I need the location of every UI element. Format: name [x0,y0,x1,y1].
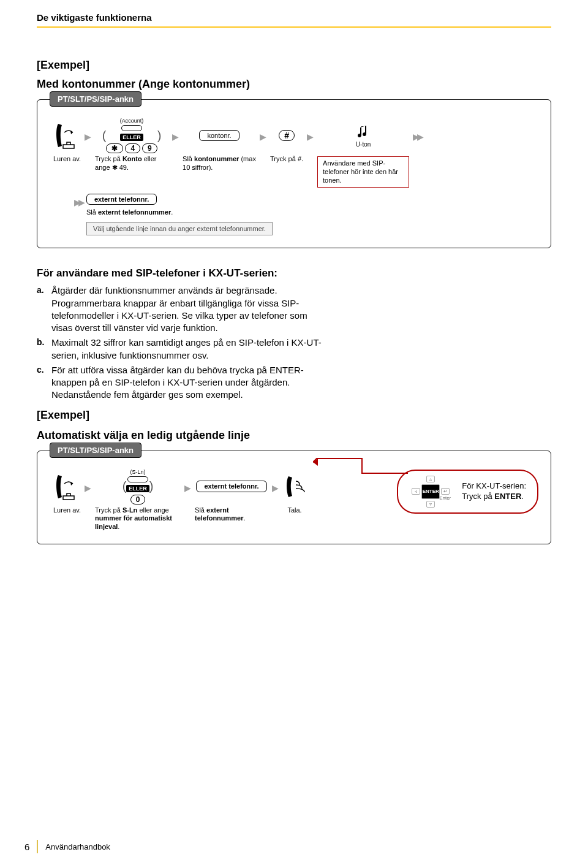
sln-label: (S-Ln) [130,469,146,475]
procedure-box-1: PT/SLT/PS/SIP-ankn Luren av. ▶ [37,99,551,248]
double-arrow-icon: ▶▶ [413,132,421,142]
enter-callout: ▵ ▿ ◃ ↵ ENTER Enter För KX-UT-serien: Tr… [397,470,538,514]
paren-right: ) [157,129,162,143]
handset-offhook-icon [53,473,78,501]
device-tab-2: PT/SLT/PS/SIP-ankn [50,443,141,458]
example1-title: Med kontonummer (Ange kontonummer) [37,78,551,91]
handset-offhook-icon [53,121,78,150]
sip-kxut-heading: För användare med SIP-telefoner i KX-UT-… [37,267,325,281]
ext-phone-box-2: externt telefonnr. [196,481,266,492]
caption-ext-1: Slå externt telefonnummer. [86,208,173,216]
hash-key: # [279,130,295,141]
page-header: De viktigaste funktionerna [37,12,551,28]
example1-label: [Exempel] [37,59,551,72]
arrow-icon: ▶ [172,132,179,142]
paren-left: ( [123,479,127,493]
example2-label: [Exempel] [37,409,551,422]
sln-key [127,476,148,482]
item-b: Maximalt 32 siffror kan samtidigt anges … [51,337,325,362]
arrow-icon: ▶ [272,483,279,493]
caption-sln: Tryck på S-Ln eller ange nummer för auto… [95,506,181,531]
procedure-box-2: PT/SLT/PS/SIP-ankn Luren av. ▶ [37,451,551,544]
example2-title: Automatiskt välja en ledig utgående linj… [37,429,551,442]
item-c: För att utföra vissa åtgärder kan du beh… [51,364,325,402]
account-label: (Account) [120,118,144,124]
or-label-2: ELLER [126,485,149,492]
account-key [121,125,142,131]
caption-luren-2: Luren av. [53,506,81,515]
paren-left: ( [102,129,107,143]
caption-konto: Tryck på Konto eller ange ✱ 49. [95,155,168,172]
ext-phone-box-1: externt telefonnr. [86,194,157,205]
key-4: 4 [125,143,140,153]
tone-icon [356,124,370,140]
svg-marker-1 [313,459,318,466]
caption-tala: Tala. [287,506,301,515]
sip-note: Användare med SIP-telefoner hör inte den… [317,156,409,188]
arrow-icon: ▶ [85,483,91,493]
arrow-icon: ▶ [184,483,191,493]
uton-label: U-ton [356,141,371,148]
book-title: Användarhandbok [45,842,110,851]
caption-sla-kontonr: Slå kontonummer (max 10 siffror). [183,155,256,172]
arrow-icon: ▶ [307,132,314,142]
kxut-line1: För KX-UT-serien: [462,481,526,492]
paren-right: ) [149,479,154,493]
or-label-1: ELLER [120,134,143,141]
star-key: ✱ [106,143,123,153]
sip-kxut-section: För användare med SIP-telefoner i KX-UT-… [37,267,325,401]
arrow-icon: ▶ [260,132,266,142]
kxut-line2: Tryck på ENTER. [462,492,526,502]
page-footer: 6 Användarhandbok [24,840,110,853]
caption-luren-1: Luren av. [53,155,81,164]
key-9: 9 [142,143,157,153]
caption-ext-2: Slå externt telefonnummer. [195,506,268,523]
key-0: 0 [130,495,146,504]
page-number: 6 [24,842,29,852]
handset-talk-icon [282,473,307,501]
hint-select-line: Välj utgående linje innan du anger exter… [86,222,273,235]
item-a: Åtgärder där funktionsnummer används är … [51,284,325,334]
caption-hash: Tryck på #. [270,155,303,164]
device-tab-1: PT/SLT/PS/SIP-ankn [50,91,141,107]
kontonr-box: kontonr. [199,130,239,141]
double-arrow-icon: ▶▶ [74,197,83,207]
dpad-icon: ▵ ▿ ◃ ↵ ENTER Enter [409,476,452,508]
arrow-icon: ▶ [85,132,91,142]
